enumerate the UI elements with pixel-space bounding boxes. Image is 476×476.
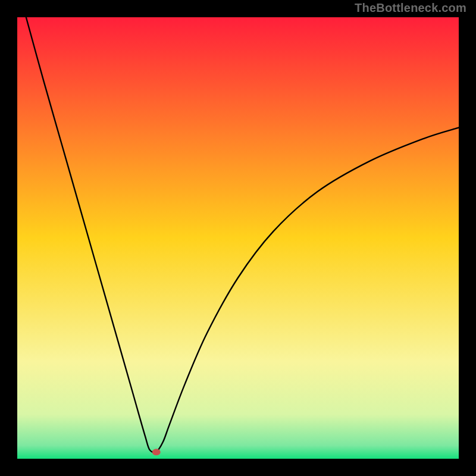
chart-frame: TheBottleneck.com bbox=[0, 0, 476, 476]
watermark-text: TheBottleneck.com bbox=[355, 1, 466, 15]
minimum-marker bbox=[152, 449, 161, 455]
plot-area bbox=[17, 17, 459, 459]
gradient-background bbox=[17, 17, 459, 459]
chart-svg bbox=[17, 17, 459, 459]
